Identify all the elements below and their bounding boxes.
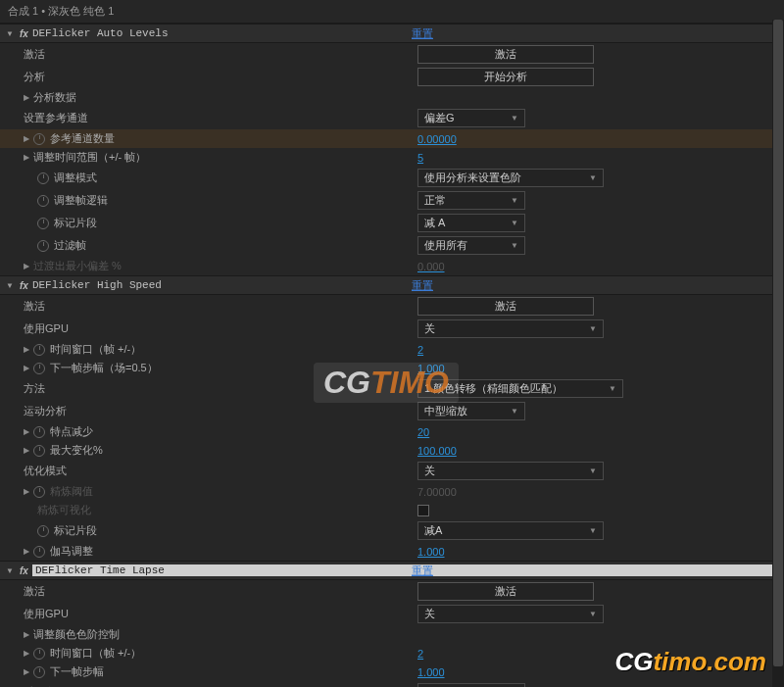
mark-segment-dropdown[interactable]: 减A▼ <box>417 521 604 540</box>
chevron-right-icon[interactable]: ▶ <box>24 630 33 639</box>
stopwatch-icon[interactable] <box>33 546 45 558</box>
section-autolevels-header[interactable]: ▼ fx DEFlicker Auto Levels 重置 <box>0 24 784 43</box>
prop-label: 最大变化% <box>50 443 103 458</box>
twisty-down-icon[interactable]: ▼ <box>6 566 16 575</box>
prop-label: 使用GPU <box>24 321 69 336</box>
section-timelapse-header[interactable]: ▼ fx DEFlicker Time Lapse 重置 <box>0 561 784 580</box>
dd-text: 关 <box>424 321 435 336</box>
row-adjust-mode: 调整模式 使用分析来设置色阶▼ <box>0 167 784 189</box>
row-filter: 过滤帧 使用所有▼ <box>0 234 784 257</box>
row-hs-next-step: ▶下一帧步幅（场=0.5） 1.000 <box>0 359 784 377</box>
stopwatch-icon[interactable] <box>33 133 45 145</box>
reset-link[interactable]: 重置 <box>412 26 433 41</box>
value-link[interactable]: 100.000 <box>417 445 457 457</box>
value-link[interactable]: 2 <box>417 344 423 356</box>
prop-label: 激活 <box>24 584 45 599</box>
stopwatch-icon[interactable] <box>37 240 49 252</box>
adjust-mode-dropdown[interactable]: 使用分析来设置色阶▼ <box>417 169 604 187</box>
activate-button[interactable]: 激活 <box>417 45 594 64</box>
row-hs-method: 方法 1.颜色转移（精细颜色匹配）▼ <box>0 377 784 400</box>
reset-link[interactable]: 重置 <box>412 564 433 578</box>
optimize-dropdown[interactable]: 关▼ <box>417 462 604 480</box>
prop-label: 时间窗口（帧 +/-） <box>50 646 141 661</box>
row-activate: 激活 激活 <box>0 43 784 66</box>
chevron-right-icon[interactable]: ▶ <box>24 547 33 556</box>
value-link[interactable]: 0.00000 <box>417 133 457 145</box>
dd-text: 偏差G <box>424 111 455 125</box>
mark-segment-dropdown[interactable]: 减 A▼ <box>417 214 525 232</box>
row-hs-gamma: ▶伽马调整 1.000 <box>0 542 784 561</box>
stopwatch-icon[interactable] <box>33 666 45 678</box>
twisty-down-icon[interactable]: ▼ <box>6 29 16 38</box>
prop-label: 伽马调整 <box>50 544 93 559</box>
stopwatch-icon[interactable] <box>33 344 45 356</box>
chevron-right-icon[interactable]: ▶ <box>24 93 33 102</box>
scrollbar[interactable] <box>772 20 784 687</box>
row-analyze-data: ▶分析数据 <box>0 88 784 107</box>
stopwatch-icon[interactable] <box>33 363 45 374</box>
twisty-down-icon[interactable]: ▼ <box>6 281 16 290</box>
chevron-right-icon[interactable]: ▶ <box>24 262 33 270</box>
value-link[interactable]: 20 <box>417 426 429 438</box>
prop-label: 参考通道数量 <box>50 131 115 146</box>
frame-logic-dropdown[interactable]: 正常▼ <box>417 191 525 210</box>
section-highspeed-header[interactable]: ▼ fx DEFlicker High Speed 重置 <box>0 275 784 295</box>
fx-icon[interactable]: fx <box>20 565 28 576</box>
prop-label: 标记片段 <box>54 523 97 538</box>
prop-label: 分析数据 <box>33 90 76 105</box>
section-title: DEFlicker Time Lapse <box>32 564 778 576</box>
gpu-dropdown[interactable]: 关▼ <box>417 605 604 623</box>
chevron-down-icon: ▼ <box>609 384 616 393</box>
scrollbar-thumb[interactable] <box>773 20 783 666</box>
reset-link[interactable]: 重置 <box>412 278 433 293</box>
chevron-right-icon[interactable]: ▶ <box>24 446 33 455</box>
row-tl-gpu: 使用GPU 关▼ <box>0 603 784 625</box>
value-link[interactable]: 5 <box>417 152 423 164</box>
prop-label: 特点减少 <box>50 424 93 439</box>
prop-label: 标记片段 <box>54 216 97 230</box>
row-tl-activate: 激活 激活 <box>0 580 784 603</box>
stopwatch-icon[interactable] <box>33 445 45 457</box>
sample-size-dropdown[interactable]: 大▼ <box>417 683 525 687</box>
filter-dropdown[interactable]: 使用所有▼ <box>417 236 525 255</box>
dd-text: 关 <box>424 464 435 478</box>
fx-icon[interactable]: fx <box>20 28 28 39</box>
ref-channel-dropdown[interactable]: 偏差G▼ <box>417 109 525 127</box>
gpu-dropdown[interactable]: 关▼ <box>417 319 604 338</box>
stopwatch-icon[interactable] <box>33 426 45 438</box>
dd-text: 关 <box>424 607 435 621</box>
value-link[interactable]: 1.000 <box>417 546 445 558</box>
value-link[interactable]: 1.000 <box>417 363 445 374</box>
activate-button[interactable]: 激活 <box>417 297 594 316</box>
row-ref-channel-count: ▶参考通道数量 0.00000 <box>0 129 784 148</box>
chevron-right-icon[interactable]: ▶ <box>24 667 33 676</box>
stopwatch-icon[interactable] <box>37 172 49 184</box>
row-analyze: 分析 开始分析 <box>0 66 784 88</box>
chevron-right-icon[interactable]: ▶ <box>24 427 33 436</box>
chevron-right-icon[interactable]: ▶ <box>24 487 33 496</box>
chevron-down-icon: ▼ <box>511 114 518 123</box>
stopwatch-icon[interactable] <box>37 218 49 229</box>
chevron-right-icon[interactable]: ▶ <box>24 153 33 162</box>
chevron-down-icon: ▼ <box>589 610 597 618</box>
prop-label: 下一帧步幅 <box>50 664 104 679</box>
stopwatch-icon[interactable] <box>33 648 45 660</box>
value-link[interactable]: 1.000 <box>417 666 445 678</box>
activate-button[interactable]: 激活 <box>417 582 594 601</box>
method-dropdown[interactable]: 1.颜色转移（精细颜色匹配）▼ <box>417 379 623 398</box>
chevron-right-icon[interactable]: ▶ <box>24 134 33 143</box>
chevron-down-icon: ▼ <box>589 526 597 535</box>
stopwatch-icon[interactable] <box>37 195 49 207</box>
chevron-right-icon[interactable]: ▶ <box>24 649 33 658</box>
checkbox[interactable] <box>417 505 429 516</box>
prop-label: 调整模式 <box>54 171 97 185</box>
row-mark-segment-al: 标记片段 减 A▼ <box>0 212 784 234</box>
analyze-button[interactable]: 开始分析 <box>417 68 594 86</box>
chevron-right-icon[interactable]: ▶ <box>24 345 33 354</box>
stopwatch-icon[interactable] <box>37 525 49 537</box>
prop-label: 优化模式 <box>24 464 67 478</box>
chevron-right-icon[interactable]: ▶ <box>24 364 33 372</box>
fx-icon[interactable]: fx <box>20 280 28 291</box>
motion-dropdown[interactable]: 中型缩放▼ <box>417 402 525 420</box>
value-link[interactable]: 2 <box>417 648 423 660</box>
